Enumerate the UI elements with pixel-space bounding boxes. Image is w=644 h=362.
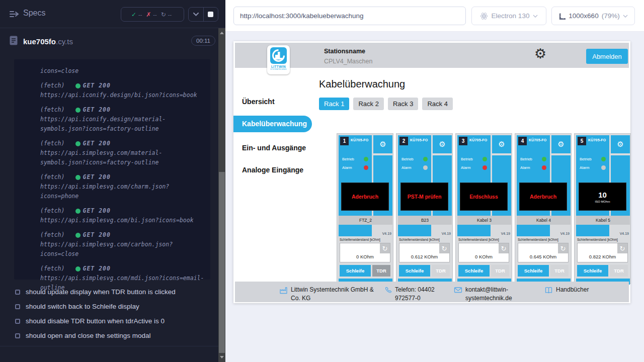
led-alarm: Alarm bbox=[401, 165, 428, 170]
footer-manuals-link[interactable]: Handbücher bbox=[544, 286, 615, 294]
measure-value: 0.645 KOhm bbox=[518, 254, 568, 259]
card-settings-button[interactable]: ⚙ bbox=[611, 135, 630, 153]
status-ok-icon bbox=[75, 209, 80, 214]
footer-phone: Telefon: 04402 972577-0 bbox=[384, 286, 454, 303]
refresh-button[interactable]: ↻ bbox=[617, 243, 627, 253]
led-alarm: Alarm bbox=[461, 165, 487, 170]
test-item[interactable]: should open and close the settings modal bbox=[0, 328, 218, 343]
tab-rack-3[interactable]: Rack 3 bbox=[388, 98, 418, 110]
test-item[interactable]: should switch back to Schleife display bbox=[0, 299, 218, 314]
led-betrieb: Betrieb bbox=[580, 157, 606, 161]
collapse-all-button[interactable] bbox=[189, 8, 203, 21]
url-input[interactable] bbox=[233, 7, 466, 25]
card-settings-button[interactable]: ⚙ bbox=[492, 135, 511, 153]
schleife-button[interactable]: Schleife bbox=[577, 265, 608, 277]
status-display: Aderbruch bbox=[341, 183, 389, 211]
schleife-button[interactable]: Schleife bbox=[399, 265, 430, 277]
refresh-button[interactable]: ↻ bbox=[380, 243, 390, 253]
log-entry[interactable]: (fetch)GET 200 https://api.iconify.desig… bbox=[40, 105, 204, 134]
log-entry[interactable]: (fetch)GET 200 https://api.iconify.desig… bbox=[40, 81, 204, 100]
app-header: Stationsname CPLV4_Maschen ⚙ Abmelden bbox=[235, 43, 629, 68]
test-item[interactable]: should update display when TDR button is… bbox=[0, 285, 218, 299]
tdr-button[interactable]: TDR bbox=[610, 265, 628, 277]
measure-box: ↻ 0.822 KOhm bbox=[577, 243, 628, 262]
app-viewport: Stationsname CPLV4_Maschen ⚙ Abmelden LI… bbox=[233, 41, 630, 303]
footer-email[interactable]: kontakt@littwin-systemtechnik.de bbox=[454, 286, 515, 303]
tab-rack-2[interactable]: Rack 2 bbox=[353, 98, 383, 110]
tab-rack-4[interactable]: Rack 4 bbox=[422, 98, 452, 110]
schleife-button[interactable]: Schleife bbox=[518, 265, 549, 277]
card-number: 2 bbox=[399, 137, 408, 145]
specs-label: Specs bbox=[23, 9, 45, 18]
refresh-button[interactable]: ↻ bbox=[558, 243, 568, 253]
tab-rack-1[interactable]: Rack 1 bbox=[319, 98, 349, 110]
tdr-button[interactable]: TDR bbox=[372, 265, 390, 277]
card-number: 4 bbox=[518, 137, 527, 145]
schleife-button[interactable]: Schleife bbox=[458, 265, 490, 277]
device-card-2: ⚙ 2 KÜ705-FO Betrieb Alarm PST-M prüfen … bbox=[396, 133, 453, 284]
gear-icon: ⚙ bbox=[617, 141, 623, 148]
browser-select[interactable]: Electron 130 bbox=[471, 7, 546, 25]
test-pending-icon bbox=[15, 333, 20, 338]
led-alarm: Alarm bbox=[342, 165, 368, 170]
card-model: KÜ705-FO bbox=[588, 138, 609, 142]
status-ok-icon bbox=[75, 266, 80, 272]
reporter-scrollbar[interactable] bbox=[218, 28, 225, 362]
refresh-button[interactable]: ↻ bbox=[499, 243, 509, 253]
refresh-icon: ↻ bbox=[442, 245, 447, 252]
status-ok-icon bbox=[75, 108, 80, 113]
card-settings-button[interactable]: ⚙ bbox=[373, 135, 392, 153]
aut-pane: Electron 130 1000x660 (79%) Stationsname… bbox=[225, 0, 644, 362]
status-display: Erdschluss bbox=[460, 183, 508, 211]
settings-gear-icon[interactable]: ⚙ bbox=[534, 47, 546, 60]
scroll-down-icon[interactable] bbox=[220, 356, 224, 358]
sidebar-item-analoge-eingaenge[interactable]: Analoge Eingänge bbox=[242, 166, 303, 174]
spec-row[interactable]: kue705fo.cy.ts 00:11 bbox=[0, 28, 225, 53]
device-card-1: ⚙ 1 KÜ705-FO Betrieb Alarm Aderbruch FTZ… bbox=[337, 133, 393, 284]
card-number: 5 bbox=[578, 137, 586, 145]
panel-face bbox=[398, 225, 431, 236]
viewport-select[interactable]: 1000x660 (79%) bbox=[551, 7, 635, 25]
sidebar-item-ein-und-ausgaenge[interactable]: Ein- und Ausgänge bbox=[242, 144, 306, 152]
led-off-icon bbox=[601, 165, 606, 170]
status-display: 10ISO MOhm bbox=[579, 183, 626, 211]
scrollbar-thumb[interactable] bbox=[219, 172, 225, 353]
test-pending-icon bbox=[15, 290, 20, 295]
pending-count: -- bbox=[168, 12, 172, 18]
ruler-icon bbox=[558, 13, 566, 20]
log-entry[interactable]: (fetch)GET 200 https://api.simplesvg.com… bbox=[40, 230, 204, 259]
firmware-version: V4.19 bbox=[492, 225, 511, 236]
card-settings-button[interactable]: ⚙ bbox=[551, 135, 571, 153]
email-icon bbox=[454, 286, 462, 294]
led-red-icon bbox=[482, 165, 487, 170]
firmware-version: V4.19 bbox=[373, 225, 392, 236]
logout-button[interactable]: Abmelden bbox=[586, 49, 628, 64]
refresh-button[interactable]: ↻ bbox=[439, 243, 449, 253]
log-entry[interactable]: (fetch)GET 200 https://api.simplesvg.com… bbox=[40, 172, 204, 201]
measure-value: 0 KOhm bbox=[340, 254, 390, 259]
tdr-button[interactable]: TDR bbox=[491, 265, 509, 277]
measure-value: 0.822 KOhm bbox=[578, 254, 627, 259]
log-entry[interactable]: icons=close bbox=[40, 66, 204, 76]
status-ok-icon bbox=[75, 175, 80, 180]
card-settings-button[interactable]: ⚙ bbox=[433, 135, 452, 153]
card-number: 1 bbox=[340, 137, 349, 145]
log-entry[interactable]: (fetch)GET 200 https://api.simplesvg.com… bbox=[40, 206, 204, 225]
schleife-button[interactable]: Schleife bbox=[340, 265, 371, 277]
tdr-button[interactable]: TDR bbox=[432, 265, 450, 277]
expand-specs-icon[interactable] bbox=[9, 10, 20, 20]
test-pending-icon bbox=[15, 319, 20, 324]
led-alarm: Alarm bbox=[520, 165, 546, 170]
gear-icon: ⚙ bbox=[379, 141, 386, 148]
screen: Specs ✓ -- ✗ -- ↻ -- kue705fo.cy.ts 00:1 bbox=[0, 0, 644, 362]
electron-icon bbox=[480, 12, 488, 20]
scroll-up-icon[interactable] bbox=[220, 32, 224, 34]
tdr-button[interactable]: TDR bbox=[550, 265, 569, 277]
stop-tests-button[interactable] bbox=[203, 8, 218, 21]
measure-label: Schleifenwiderstand [kOhm] bbox=[458, 238, 499, 241]
log-entry[interactable]: (fetch)GET 200 https://api.simplesvg.com… bbox=[40, 139, 204, 167]
test-item[interactable]: should disable TDR button when tdrActive… bbox=[0, 314, 218, 328]
sidebar-item-kabelueberwachung[interactable]: Kabelüberwachung bbox=[233, 116, 312, 132]
littwin-logo-icon bbox=[270, 47, 287, 64]
sidebar-item-uebersicht[interactable]: Übersicht bbox=[242, 98, 275, 106]
